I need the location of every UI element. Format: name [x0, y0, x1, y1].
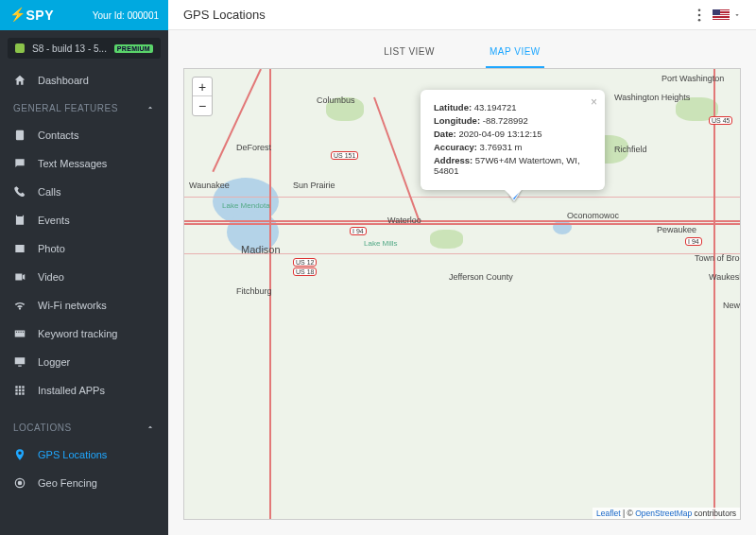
route-shield: US 12: [293, 258, 317, 267]
chevron-down-icon: [733, 11, 741, 19]
menu-kebab-icon[interactable]: [697, 9, 701, 22]
view-tabs: LIST VIEW MAP VIEW: [168, 30, 756, 68]
nav-label: Wi-Fi networks: [38, 300, 107, 311]
popup-date-value: 2020-04-09 13:12:15: [456, 129, 542, 139]
brand-logo: ⚡SPY: [9, 8, 54, 23]
nav-apps[interactable]: Installed APPs: [0, 376, 168, 405]
nav-label: Events: [38, 215, 70, 226]
nav-wifi[interactable]: Wi-Fi networks: [0, 291, 168, 319]
popup-lon-label: Longitude:: [434, 115, 480, 126]
nav-gps-locations[interactable]: GPS Locations: [0, 440, 168, 469]
tab-map-view[interactable]: MAP VIEW: [486, 37, 544, 68]
nav-video[interactable]: Video: [0, 263, 168, 291]
nav-events[interactable]: Events: [0, 206, 168, 234]
main-content: GPS Locations LIST VIEW MAP VIEW: [168, 0, 756, 535]
city-label: Pewaukee: [657, 225, 696, 234]
section-label: LOCATIONS: [13, 423, 72, 433]
device-selector[interactable]: S8 - build 13 - 5... PREMIUM: [8, 38, 161, 59]
chevron-up-icon: [146, 423, 155, 432]
clipboard-icon: [13, 129, 26, 142]
nav-keyword[interactable]: Keyword tracking: [0, 319, 168, 348]
home-icon: [13, 74, 26, 87]
city-label: Columbus: [317, 95, 355, 105]
nav-photo[interactable]: Photo: [0, 234, 168, 263]
nav-dashboard[interactable]: Dashboard: [0, 66, 168, 95]
popup-lat-label: Latitude:: [434, 102, 472, 112]
city-label: Waukesha: [709, 272, 741, 282]
keyboard-icon: [13, 327, 26, 340]
sidebar: ⚡SPY Your Id: 000001 S8 - build 13 - 5..…: [0, 0, 168, 535]
lake-label: Lake Mendota: [222, 201, 270, 210]
nav-geo-fencing[interactable]: Geo Fencing: [0, 469, 168, 497]
us-flag-icon: [713, 9, 730, 20]
lake-label: Lake Mills: [364, 239, 398, 248]
nav-label: Video: [38, 271, 64, 283]
wifi-icon: [13, 299, 26, 312]
grid-icon: [13, 384, 26, 397]
popup-lat-value: 43.194721: [472, 102, 517, 112]
route-shield: US 18: [293, 268, 317, 276]
nav-logger[interactable]: Logger: [0, 348, 168, 376]
city-label: Richfield: [614, 145, 647, 154]
nav-contacts[interactable]: Contacts: [0, 121, 168, 149]
popup-date-label: Date:: [434, 129, 456, 139]
city-label: Washington Heights: [614, 93, 690, 102]
video-icon: [13, 270, 26, 284]
user-id-label: Your Id: 000001: [93, 10, 159, 21]
nav-label: GPS Locations: [38, 449, 107, 460]
popup-accuracy-label: Accuracy:: [434, 142, 477, 152]
city-label: New Berlin: [723, 301, 741, 310]
language-selector[interactable]: [713, 9, 741, 20]
calendar-icon: [13, 214, 26, 227]
svg-point-2: [698, 9, 701, 11]
popup-close-button[interactable]: ×: [591, 95, 597, 109]
phone-icon: [13, 185, 26, 198]
nav-label: Photo: [38, 243, 65, 254]
svg-point-3: [698, 13, 701, 16]
city-label: Sun Prairie: [293, 181, 335, 190]
city-label: Oconomowoc: [567, 211, 619, 220]
nav-texts[interactable]: Text Messages: [0, 149, 168, 178]
page-title: GPS Locations: [183, 8, 266, 22]
nav-label: Logger: [38, 356, 70, 368]
section-general[interactable]: GENERAL FEATURES: [0, 95, 168, 121]
location-popup: × Latitude: 43.194721 Longitude: -88.728…: [421, 90, 605, 190]
city-label: DeForest: [236, 143, 271, 152]
popup-accuracy-value: 3.76931 m: [477, 142, 523, 152]
map-attribution: Leaflet | © OpenStreetMap contributors: [593, 508, 740, 519]
osm-link[interactable]: OpenStreetMap: [635, 509, 692, 518]
map-container[interactable]: Madison Columbus DeForest Fitchburg Sun …: [183, 68, 741, 520]
premium-badge: PREMIUM: [114, 44, 153, 53]
brand-text: SPY: [26, 8, 55, 23]
popup-lon-value: -88.728992: [480, 115, 528, 126]
nav-label: Keyword tracking: [38, 328, 117, 339]
section-label: GENERAL FEATURES: [13, 103, 118, 113]
topbar: GPS Locations: [168, 0, 756, 30]
nav-label: Installed APPs: [38, 385, 105, 396]
nav-label: Text Messages: [38, 158, 107, 169]
city-label: Jefferson County: [449, 272, 513, 282]
svg-point-1: [18, 481, 22, 485]
monitor-icon: [13, 355, 26, 369]
chevron-up-icon: [146, 103, 155, 112]
nav-label: Contacts: [38, 129, 78, 141]
zoom-out-button[interactable]: −: [193, 96, 212, 115]
section-locations[interactable]: LOCATIONS: [0, 414, 168, 440]
device-name: S8 - build 13 - 5...: [32, 43, 107, 54]
route-shield: I 94: [685, 237, 702, 246]
route-shield: US 45: [709, 116, 732, 125]
nav-label: Calls: [38, 186, 60, 198]
zoom-in-button[interactable]: +: [193, 78, 212, 96]
route-shield: US 151: [331, 151, 358, 160]
city-label: Waterloo: [387, 216, 421, 225]
city-label: Town of Brookfield: [695, 253, 741, 263]
leaflet-link[interactable]: Leaflet: [596, 509, 621, 518]
zoom-control: + −: [192, 77, 213, 116]
popup-address-label: Address:: [434, 155, 472, 165]
nav-calls[interactable]: Calls: [0, 178, 168, 206]
tab-list-view[interactable]: LIST VIEW: [380, 37, 438, 68]
nav-label: Dashboard: [38, 75, 89, 86]
message-icon: [13, 157, 26, 170]
android-icon: [15, 43, 25, 53]
route-shield: I 94: [350, 227, 367, 235]
